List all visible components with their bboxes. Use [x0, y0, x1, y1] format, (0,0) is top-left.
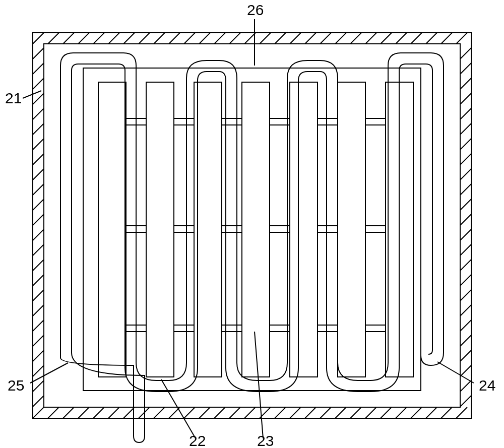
- svg-line-79: [33, 335, 44, 346]
- svg-line-52: [350, 407, 361, 418]
- svg-line-90: [460, 139, 471, 150]
- svg-line-14: [214, 33, 225, 44]
- label-22: 22: [189, 432, 206, 448]
- svg-line-77: [33, 305, 44, 316]
- svg-line-62: [33, 78, 44, 89]
- svg-line-11: [169, 33, 180, 44]
- svg-line-2: [33, 33, 44, 44]
- svg-line-65: [33, 123, 44, 135]
- svg-line-30: [456, 33, 467, 44]
- svg-line-155: [437, 362, 474, 383]
- svg-line-99: [460, 275, 471, 286]
- svg-line-94: [460, 199, 471, 210]
- svg-line-28: [426, 33, 437, 44]
- svg-line-9: [139, 33, 150, 44]
- svg-line-39: [154, 407, 165, 418]
- svg-line-93: [460, 184, 471, 195]
- svg-line-3: [48, 33, 59, 44]
- svg-line-71: [33, 214, 44, 225]
- svg-line-7: [108, 33, 119, 44]
- svg-line-96: [460, 229, 471, 240]
- svg-line-59: [456, 407, 467, 418]
- svg-line-31: [33, 407, 44, 418]
- svg-line-10: [154, 33, 165, 44]
- svg-line-74: [33, 260, 44, 271]
- svg-line-78: [33, 320, 44, 331]
- svg-line-56: [411, 407, 422, 418]
- svg-line-60: [33, 48, 44, 59]
- svg-line-89: [460, 123, 471, 135]
- svg-line-41: [184, 407, 195, 418]
- diagram-figure: 26 21 25 24 22 23: [0, 0, 504, 448]
- svg-line-97: [460, 244, 471, 255]
- svg-line-18: [275, 33, 286, 44]
- svg-line-63: [33, 93, 44, 104]
- svg-line-15: [229, 33, 240, 44]
- svg-line-45: [244, 407, 256, 418]
- svg-line-13: [199, 33, 210, 44]
- svg-line-76: [33, 290, 44, 301]
- svg-line-5: [78, 33, 89, 44]
- label-26: 26: [247, 2, 264, 18]
- svg-line-16: [244, 33, 256, 44]
- svg-line-22: [335, 33, 346, 44]
- svg-line-55: [396, 407, 407, 418]
- svg-line-85: [460, 63, 471, 74]
- svg-line-75: [33, 275, 44, 286]
- svg-line-105: [460, 365, 471, 376]
- label-23: 23: [257, 432, 274, 448]
- svg-line-8: [123, 33, 135, 44]
- svg-line-6: [93, 33, 104, 44]
- svg-line-42: [199, 407, 210, 418]
- svg-rect-111: [194, 82, 222, 377]
- svg-line-29: [441, 33, 452, 44]
- svg-line-83: [33, 396, 44, 407]
- svg-line-49: [305, 407, 316, 418]
- svg-line-81: [33, 365, 44, 376]
- svg-line-102: [460, 320, 471, 331]
- svg-line-69: [33, 184, 44, 195]
- label-24: 24: [479, 377, 495, 394]
- svg-line-72: [33, 229, 44, 240]
- svg-line-66: [33, 139, 44, 150]
- svg-line-70: [33, 199, 44, 210]
- svg-line-67: [33, 154, 44, 165]
- svg-line-61: [33, 63, 44, 74]
- svg-line-92: [460, 169, 471, 180]
- svg-line-37: [123, 407, 135, 418]
- svg-rect-110: [146, 82, 174, 377]
- svg-line-58: [441, 407, 452, 418]
- svg-line-44: [229, 407, 240, 418]
- svg-line-48: [290, 407, 301, 418]
- inner-frame: [83, 68, 421, 391]
- svg-line-27: [411, 33, 422, 44]
- svg-line-17: [260, 33, 271, 44]
- svg-rect-114: [338, 82, 365, 377]
- svg-line-91: [460, 154, 471, 165]
- svg-line-100: [460, 290, 471, 301]
- svg-line-153: [23, 91, 41, 98]
- svg-rect-109: [98, 82, 126, 377]
- svg-line-87: [460, 93, 471, 104]
- label-21: 21: [5, 90, 22, 106]
- label-25: 25: [8, 377, 24, 394]
- svg-line-24: [365, 33, 376, 44]
- svg-rect-112: [242, 82, 270, 377]
- svg-line-80: [33, 350, 44, 361]
- svg-line-82: [33, 380, 44, 392]
- svg-line-32: [48, 407, 59, 418]
- svg-line-86: [460, 78, 471, 89]
- svg-line-20: [305, 33, 316, 44]
- svg-line-26: [396, 33, 407, 44]
- svg-line-47: [275, 407, 286, 418]
- svg-line-68: [33, 169, 44, 180]
- svg-line-98: [460, 260, 471, 271]
- svg-rect-113: [290, 82, 318, 377]
- svg-line-104: [460, 350, 471, 361]
- svg-line-103: [460, 335, 471, 346]
- svg-line-36: [108, 407, 119, 418]
- svg-line-21: [320, 33, 331, 44]
- svg-line-107: [460, 396, 471, 407]
- svg-line-50: [320, 407, 331, 418]
- svg-line-106: [460, 380, 471, 392]
